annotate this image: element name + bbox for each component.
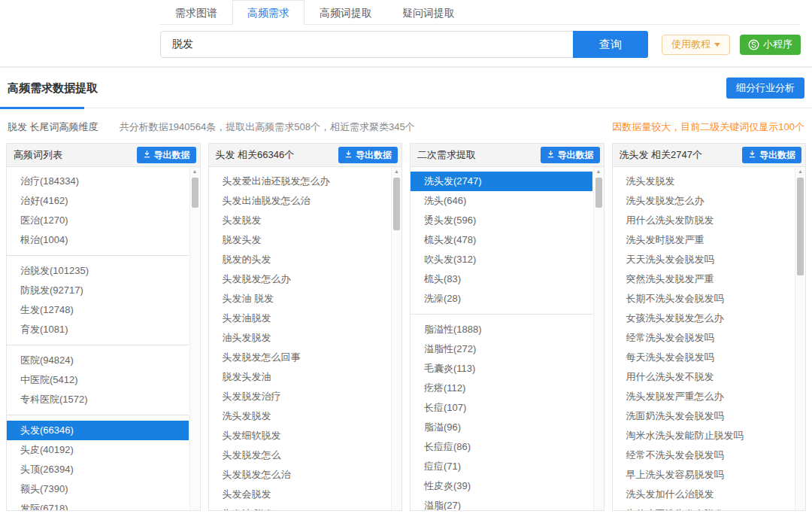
list-item[interactable]: 毛囊炎(113) xyxy=(411,359,592,379)
list-item[interactable]: 梳头(83) xyxy=(411,269,592,289)
list-item[interactable]: 早上洗头发容易脱发吗 xyxy=(613,465,795,485)
export-data-button[interactable]: 导出数据 xyxy=(338,147,398,163)
list-item[interactable]: 突然洗头发脱发严重 xyxy=(613,269,795,289)
list-item[interactable]: 头发脱发 xyxy=(209,211,391,230)
list-item[interactable]: 长期不洗头发会脱发吗 xyxy=(613,289,795,309)
list-item[interactable]: 脂溢(96) xyxy=(411,418,592,437)
list-item[interactable]: 发际(6718) xyxy=(7,499,189,510)
panel-title: 二次需求提取 xyxy=(417,148,476,162)
list-item[interactable]: 洗头发加什么治脱发 xyxy=(613,485,795,504)
list-item[interactable]: 医治(1270) xyxy=(7,211,189,230)
list-item[interactable]: 头发脱发怎么治 xyxy=(209,465,391,485)
list-item[interactable]: 头发脱发治疗 xyxy=(209,387,391,406)
tutorial-button[interactable]: 使用教程 xyxy=(662,35,730,55)
list-item[interactable]: 洗头发(2747) xyxy=(411,172,592,191)
group-divider xyxy=(7,415,189,415)
list-item[interactable]: 脂溢性(1888) xyxy=(411,320,592,339)
list-item[interactable]: 治脱发(101235) xyxy=(7,261,189,281)
list-item[interactable]: 洗头发脱发 xyxy=(613,172,795,191)
download-icon xyxy=(143,150,151,160)
list-item[interactable]: 洗头发脱发严重怎么办 xyxy=(613,387,795,406)
list-item[interactable]: 烫头发(596) xyxy=(411,211,592,230)
list-item[interactable]: 脱发的头发 xyxy=(209,250,391,269)
scrollbar-thumb[interactable] xyxy=(595,178,602,208)
list-item[interactable]: 脱发头发油 xyxy=(209,367,391,387)
list-item[interactable]: 额头(7390) xyxy=(7,479,189,499)
scrollbar[interactable]: ▲ xyxy=(189,167,200,510)
list-item[interactable]: 经常不洗头发会脱发吗 xyxy=(613,445,795,465)
scrollbar-thumb[interactable] xyxy=(192,178,198,208)
list-item[interactable]: 用什么洗头发防脱发 xyxy=(613,211,795,230)
list-item[interactable]: 头发脱发怎么回事 xyxy=(209,348,391,367)
tab-high-freq-demand[interactable]: 高频需求 xyxy=(232,0,304,25)
list-item[interactable]: 女孩洗头发脱发怎么办 xyxy=(613,309,795,328)
list-item[interactable]: 洗头发脱发 xyxy=(209,406,391,426)
list-item[interactable]: 治好(4162) xyxy=(7,191,189,211)
list-item[interactable]: 天天洗头发会脱发吗 xyxy=(613,250,795,269)
list-item[interactable]: 头发油 脱发 xyxy=(209,504,391,510)
list-item[interactable]: 淘米水洗头发能防止脱发吗 xyxy=(613,426,795,445)
list-item[interactable]: 用什么洗头发不脱发 xyxy=(613,367,795,387)
export-data-button[interactable]: 导出数据 xyxy=(137,147,196,163)
list-item[interactable]: 痘痘(71) xyxy=(411,457,592,476)
tab-demand-map[interactable]: 需求图谱 xyxy=(160,0,232,25)
list-item[interactable]: 头顶(26394) xyxy=(7,460,189,479)
list-item[interactable]: 每天洗头发会脱发吗 xyxy=(613,348,795,367)
main-section: 高频需求数据提取 细分行业分析 脱发 长尾词高频维度 共分析数据1940564条… xyxy=(0,66,812,511)
list-item[interactable]: 根治(1004) xyxy=(7,230,189,250)
list-item[interactable]: 梳头发(478) xyxy=(411,230,592,250)
list-item[interactable]: 经常洗头发会脱发吗 xyxy=(613,328,795,348)
scrollbar[interactable]: ▲ xyxy=(391,167,401,510)
list-item[interactable]: 吹头发(312) xyxy=(411,250,592,269)
scrollbar-thumb[interactable] xyxy=(797,178,804,275)
tab-question-word-extract[interactable]: 疑问词提取 xyxy=(387,0,470,25)
list-item[interactable]: 头发油脱发 xyxy=(209,309,391,328)
list-item[interactable]: 洗头(646) xyxy=(411,191,592,211)
export-data-button[interactable]: 导出数据 xyxy=(742,147,801,163)
list-item[interactable]: 疙瘩(112) xyxy=(411,379,592,398)
list-item[interactable]: 头发细软脱发 xyxy=(209,426,391,445)
list-item[interactable]: 专科医院(1572) xyxy=(7,390,189,409)
scroll-up-icon[interactable]: ▲ xyxy=(392,167,401,176)
scrollbar[interactable]: ▲ xyxy=(795,167,805,510)
industry-analysis-button[interactable]: 细分行业分析 xyxy=(726,78,804,99)
tab-high-freq-word-extract[interactable]: 高频词提取 xyxy=(304,0,387,25)
scroll-up-icon[interactable]: ▲ xyxy=(594,167,604,176)
list-item[interactable]: 防脱发(92717) xyxy=(7,281,189,300)
scroll-up-icon[interactable]: ▲ xyxy=(190,167,200,176)
list-item[interactable]: 洗头发脱发怎么办 xyxy=(613,191,795,211)
list-item[interactable]: 洗头发时脱发严重 xyxy=(613,230,795,250)
list-item[interactable]: 头发会脱发 xyxy=(209,485,391,504)
list-item[interactable]: 溢脂性(272) xyxy=(411,339,592,359)
list-item[interactable]: 头发(66346) xyxy=(7,421,189,440)
list-item[interactable]: 头发爱出油还脱发怎么办 xyxy=(209,172,391,191)
scrollbar[interactable]: ▲ xyxy=(593,167,604,510)
list-item[interactable]: 长痘(107) xyxy=(411,398,592,418)
export-data-button[interactable]: 导出数据 xyxy=(541,147,600,163)
list-item[interactable]: 性皮炎(39) xyxy=(411,476,592,496)
search-input[interactable] xyxy=(160,31,574,58)
list-item[interactable]: 长痘痘(86) xyxy=(411,437,592,457)
list-item[interactable]: 中医院(5412) xyxy=(7,370,189,390)
list-item[interactable]: 头发脱发怎么 xyxy=(209,445,391,465)
list-item[interactable]: 生发(12748) xyxy=(7,300,189,320)
scroll-up-icon[interactable]: ▲ xyxy=(795,167,805,176)
search-button[interactable]: 查询 xyxy=(573,31,648,58)
list-item[interactable]: 洗面奶洗头发会脱发吗 xyxy=(613,406,795,426)
panel-header: 洗头发 相关2747个导出数据 xyxy=(613,144,806,167)
list-item[interactable]: 溢脂(27) xyxy=(411,496,592,510)
scrollbar-thumb[interactable] xyxy=(393,178,400,230)
list-item[interactable]: 头皮(40192) xyxy=(7,440,189,460)
list-item[interactable]: 脱发头发 xyxy=(209,230,391,250)
list-item[interactable]: 油头发脱发 xyxy=(209,328,391,348)
list-item[interactable]: 医院(94824) xyxy=(7,351,189,370)
list-item[interactable]: 治疗(184334) xyxy=(7,172,189,191)
miniprogram-button[interactable]: 小程序 xyxy=(740,35,801,55)
list-item[interactable]: 头发油 脱发 xyxy=(209,289,391,309)
list-item[interactable]: 头发出油脱发怎么治 xyxy=(209,191,391,211)
group-divider xyxy=(411,314,592,315)
list-item[interactable]: 头发脱发怎么办 xyxy=(209,269,391,289)
list-item[interactable]: 育发(1081) xyxy=(7,320,189,339)
list-item[interactable]: 洗澡(28) xyxy=(411,289,592,309)
list-item[interactable]: 为什么不洗头发会脱发 xyxy=(613,504,795,510)
